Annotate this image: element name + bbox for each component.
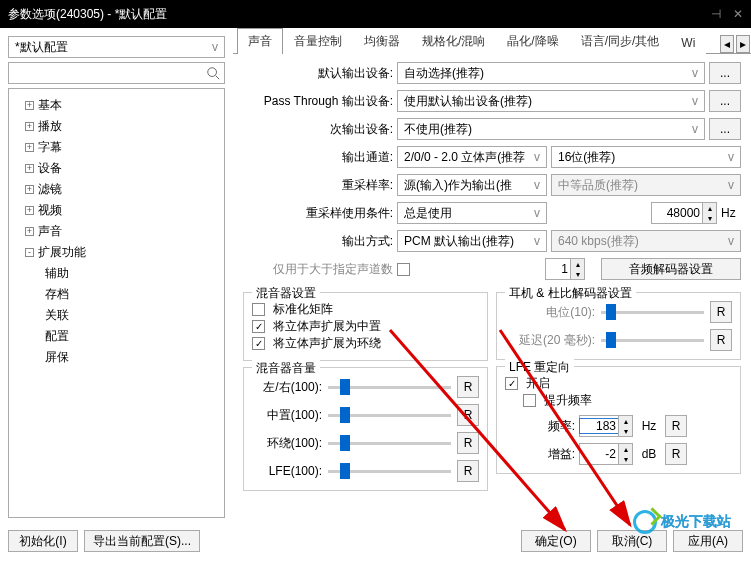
tree-item[interactable]: +视频 (13, 200, 220, 221)
channels-input[interactable] (546, 262, 570, 276)
unit-hz: Hz (721, 206, 741, 220)
titlebar: 参数选项(240305) - *默认配置 ⊣ ✕ (0, 0, 751, 28)
channel-select[interactable]: 2/0/0 - 2.0 立体声(推荐v (397, 146, 547, 168)
tab-lang[interactable]: 语言/同步/其他 (570, 28, 671, 54)
delay-reset[interactable]: R (710, 329, 732, 351)
default-out-more[interactable]: ... (709, 62, 741, 84)
bitrate-select: 640 kbps(推荐)v (551, 230, 741, 252)
enable-checkbox[interactable] (505, 377, 518, 390)
svg-line-1 (216, 76, 220, 80)
expand-surround-checkbox[interactable] (252, 337, 265, 350)
only-above-checkbox[interactable] (397, 263, 410, 276)
ok-button[interactable]: 确定(O) (521, 530, 591, 552)
tree-subitem[interactable]: 辅助 (13, 263, 220, 284)
label-resample: 重采样率: (243, 177, 393, 194)
gain-reset[interactable]: R (665, 443, 687, 465)
resample-quality: 中等品质(推荐)v (551, 174, 741, 196)
init-button[interactable]: 初始化(I) (8, 530, 78, 552)
gain-label: 增益: (535, 446, 575, 463)
tree-item[interactable]: +播放 (13, 116, 220, 137)
surround-slider[interactable] (328, 442, 451, 445)
secondary-select[interactable]: 不使用(推荐)v (397, 118, 705, 140)
freq-input[interactable] (580, 419, 618, 433)
potential-label: 电位(10): (505, 304, 595, 321)
gain-input[interactable] (580, 447, 618, 461)
mixer-settings-group: 混音器设置 标准化矩阵 将立体声扩展为中置 将立体声扩展为环绕 (243, 292, 488, 361)
center-slider[interactable] (328, 414, 451, 417)
lfe-label: LFE(100): (252, 464, 322, 478)
label-resample-cond: 重采样使用条件: (243, 205, 393, 222)
boost-freq-label: 提升频率 (544, 392, 592, 409)
export-button[interactable]: 导出当前配置(S)... (84, 530, 200, 552)
tabs-scroll-right[interactable]: ▸ (736, 35, 750, 53)
mixer-volume-title: 混音器音量 (252, 360, 320, 377)
tab-volume[interactable]: 音量控制 (283, 28, 353, 54)
tab-wi[interactable]: Wi (670, 31, 706, 54)
resample-cond-select[interactable]: 总是使用v (397, 202, 547, 224)
output-method-select[interactable]: PCM 默认输出(推荐)v (397, 230, 547, 252)
normalize-label: 标准化矩阵 (273, 301, 333, 318)
pin-icon[interactable]: ⊣ (711, 7, 721, 21)
lfe-reset[interactable]: R (457, 460, 479, 482)
close-icon[interactable]: ✕ (733, 7, 743, 21)
default-out-select[interactable]: 自动选择(推荐)v (397, 62, 705, 84)
delay-slider[interactable] (601, 339, 704, 342)
search-icon (206, 66, 220, 80)
label-passthrough: Pass Through 输出设备: (243, 93, 393, 110)
center-reset[interactable]: R (457, 404, 479, 426)
resample-value-spin[interactable]: ▴▾ (651, 202, 717, 224)
tree-item[interactable]: -扩展功能 (13, 242, 220, 263)
delay-label: 延迟(20 毫秒): (505, 332, 595, 349)
label-secondary: 次输出设备: (243, 121, 393, 138)
surround-label: 环绕(100): (252, 435, 322, 452)
tab-bar: 声音 音量控制 均衡器 规格化/混响 晶化/降噪 语言/同步/其他 Wi ◂ ▸ (233, 28, 751, 54)
secondary-more[interactable]: ... (709, 118, 741, 140)
category-tree[interactable]: +基本 +播放 +字幕 +设备 +滤镜 +视频 +声音 -扩展功能 辅助 存档 … (8, 88, 225, 518)
bit-select[interactable]: 16位(推荐)v (551, 146, 741, 168)
left-right-reset[interactable]: R (457, 376, 479, 398)
search-input[interactable] (8, 62, 225, 84)
mixer-settings-title: 混音器设置 (252, 285, 320, 302)
svg-point-0 (208, 68, 217, 77)
tabs-scroll-left[interactable]: ◂ (720, 35, 734, 53)
left-right-slider[interactable] (328, 386, 451, 389)
resample-value-input[interactable] (652, 206, 702, 220)
tab-sound[interactable]: 声音 (237, 28, 283, 54)
passthrough-select[interactable]: 使用默认输出设备(推荐)v (397, 90, 705, 112)
profile-select[interactable]: *默认配置v (8, 36, 225, 58)
tree-subitem[interactable]: 关联 (13, 305, 220, 326)
lfe-redirect-title: LFE 重定向 (505, 359, 574, 376)
channels-spin[interactable]: ▴▾ (545, 258, 585, 280)
expand-center-checkbox[interactable] (252, 320, 265, 333)
tree-item[interactable]: +滤镜 (13, 179, 220, 200)
freq-spin[interactable]: ▴▾ (579, 415, 633, 437)
surround-reset[interactable]: R (457, 432, 479, 454)
potential-reset[interactable]: R (710, 301, 732, 323)
gain-spin[interactable]: ▴▾ (579, 443, 633, 465)
tree-item[interactable]: +基本 (13, 95, 220, 116)
passthrough-more[interactable]: ... (709, 90, 741, 112)
tree-item[interactable]: +字幕 (13, 137, 220, 158)
tree-item[interactable]: +设备 (13, 158, 220, 179)
left-right-label: 左/右(100): (252, 379, 322, 396)
potential-slider[interactable] (601, 311, 704, 314)
tree-subitem[interactable]: 屏保 (13, 347, 220, 368)
normalize-checkbox[interactable] (252, 303, 265, 316)
center-label: 中置(100): (252, 407, 322, 424)
tree-subitem[interactable]: 存档 (13, 284, 220, 305)
tree-subitem[interactable]: 配置 (13, 326, 220, 347)
apply-button[interactable]: 应用(A) (673, 530, 743, 552)
freq-reset[interactable]: R (665, 415, 687, 437)
tab-eq[interactable]: 均衡器 (353, 28, 411, 54)
lfe-slider[interactable] (328, 470, 451, 473)
cancel-button[interactable]: 取消(C) (597, 530, 667, 552)
resample-select[interactable]: 源(输入)作为输出(推v (397, 174, 547, 196)
tab-reverb[interactable]: 规格化/混响 (411, 28, 496, 54)
label-channel: 输出通道: (243, 149, 393, 166)
expand-center-label: 将立体声扩展为中置 (273, 318, 381, 335)
boost-freq-checkbox[interactable] (523, 394, 536, 407)
tree-item[interactable]: +声音 (13, 221, 220, 242)
unit-hz: Hz (637, 419, 661, 433)
decoder-settings-button[interactable]: 音频解码器设置 (601, 258, 741, 280)
tab-denoise[interactable]: 晶化/降噪 (496, 28, 569, 54)
